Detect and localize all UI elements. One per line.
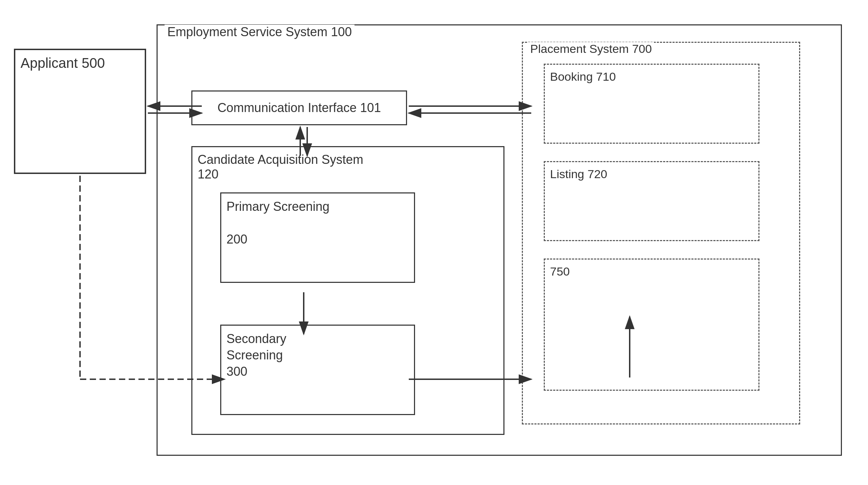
applicant-box: Applicant 500 [14, 49, 146, 174]
applicant-label: Applicant 500 [21, 55, 105, 71]
cas-label: Candidate Acquisition System120 [198, 152, 363, 182]
placement-system-label: Placement System 700 [528, 42, 654, 56]
comm-interface-box: Communication Interface 101 [191, 90, 407, 125]
listing-label: Listing 720 [550, 167, 607, 181]
listing-box: Listing 720 [544, 161, 759, 241]
primary-screening-box: Primary Screening200 [220, 192, 415, 283]
diagram-container: Employment Service System 100 Applicant … [7, 14, 859, 473]
cas-box: Candidate Acquisition System120 Primary … [191, 146, 504, 435]
comm-interface-label: Communication Interface 101 [217, 101, 381, 115]
booking-box: Booking 710 [544, 64, 759, 144]
ess-label: Employment Service System 100 [165, 25, 355, 39]
placement-system-box: Placement System 700 Booking 710 Listing… [522, 42, 800, 424]
box750-label: 750 [550, 265, 570, 278]
secondary-screening-label: SecondaryScreening300 [226, 331, 286, 380]
secondary-screening-box: SecondaryScreening300 [220, 325, 415, 415]
booking-label: Booking 710 [550, 70, 616, 84]
primary-screening-label: Primary Screening200 [226, 199, 329, 247]
box750: 750 [544, 259, 759, 391]
